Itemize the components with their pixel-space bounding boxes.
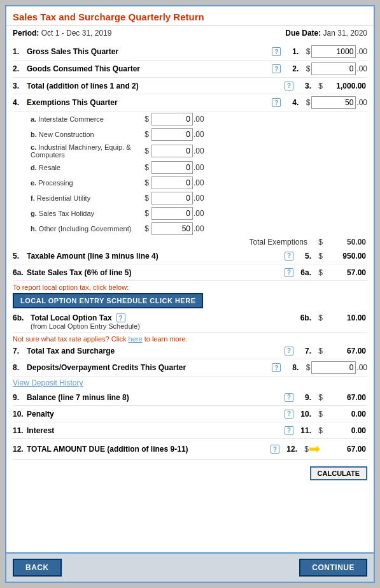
exemption-input-4[interactable] (151, 176, 193, 189)
line-1-ref: 1. (281, 47, 299, 56)
line-3-dollar: $ (314, 82, 323, 90)
exemption-input-5[interactable] (151, 192, 193, 204)
exemption-input-0[interactable] (151, 113, 193, 125)
line-12-dollar: $ (300, 445, 309, 454)
total-exemptions-row: Total Exemptions $ 50.00 (13, 236, 367, 248)
line-10-dollar: $ (314, 410, 323, 419)
line-2-input[interactable] (311, 62, 356, 75)
line-7-num: 7. (13, 347, 27, 355)
line-1-label: Gross Sales This Quarter (27, 47, 270, 56)
line-7-label: Total Tax and Surcharge (27, 347, 283, 355)
exemption-cents-0: .00 (194, 115, 204, 124)
here-link[interactable]: here (129, 335, 143, 343)
exemption-row-1: b. New Construction $ .00 (13, 127, 367, 142)
line-6b-num: 6b. (13, 313, 31, 322)
line-7-help-icon[interactable]: ? (285, 347, 293, 355)
line-2-dollar: $ (301, 64, 310, 73)
line-6b-help-icon[interactable]: ? (116, 313, 125, 322)
arrow-icon: ➡ (309, 441, 320, 457)
line-4-help-icon[interactable]: ? (272, 98, 281, 107)
line-10-help-icon[interactable]: ? (285, 410, 293, 419)
line-5-help-icon[interactable]: ? (285, 252, 293, 261)
due-date-label: Due Date: Jan 31, 2020 (285, 29, 367, 38)
line-5-row: 5. Taxable Amount (line 3 minus line 4) … (13, 248, 367, 264)
line-11-dollar: $ (314, 426, 323, 435)
exemption-row-7: h. Other (Including Government) $ .00 (13, 221, 367, 236)
line-9-help-icon[interactable]: ? (285, 393, 293, 402)
exemption-input-7[interactable] (151, 222, 193, 235)
line-6a-value: 57.00 (323, 268, 367, 277)
exemption-input-2[interactable] (151, 145, 193, 157)
total-exemptions-dollar: $ (314, 238, 323, 247)
view-deposit-history-link[interactable]: View Deposit History (13, 376, 367, 389)
back-button[interactable]: BACK (13, 559, 62, 577)
exemption-dollar-6: $ (140, 209, 149, 218)
line-5-value: 950.00 (323, 252, 367, 261)
line-8-help-icon[interactable]: ? (272, 363, 281, 372)
line-12-help-icon[interactable]: ? (271, 445, 279, 454)
line-3-help-icon[interactable]: ? (285, 82, 293, 90)
local-option-section: To report local option tax, click below:… (13, 283, 367, 308)
line-6b-row: 6b. Total Local Option Tax ? (from Local… (13, 311, 367, 333)
exemption-cents-6: .00 (194, 209, 204, 218)
exemption-input-3[interactable] (151, 161, 193, 174)
line-1-input[interactable] (311, 45, 356, 58)
exemption-input-6[interactable] (151, 207, 193, 220)
exemption-cents-1: .00 (194, 130, 204, 139)
exemption-cents-5: .00 (194, 194, 204, 203)
line-8-input[interactable] (311, 361, 356, 374)
line-3-ref: 3. (293, 82, 311, 90)
exemption-cents-3: .00 (194, 163, 204, 172)
line-7-dollar: $ (314, 347, 323, 355)
continue-button[interactable]: CONTINUE (299, 559, 367, 577)
line-8-row: 8. Deposits/Overpayment Credits This Qua… (13, 359, 367, 376)
line-11-help-icon[interactable]: ? (285, 426, 293, 435)
line-2-row: 2. Goods Consumed This Quarter ? 2. $ .0… (13, 61, 367, 78)
line-3-label: Total (addition of lines 1 and 2) (27, 82, 283, 90)
line-5-label: Taxable Amount (line 3 minus line 4) (27, 252, 283, 261)
exemption-row-0: a. Interstate Commerce $ .00 (13, 111, 367, 127)
line-5-dollar: $ (314, 252, 323, 261)
line-11-label: Interest (27, 426, 283, 435)
exemption-input-1[interactable] (151, 128, 193, 141)
exemption-label-2: c. Industrial Machinery, Equip. & Comput… (13, 143, 140, 159)
line-2-cents: .00 (356, 64, 367, 73)
line-6a-num: 6a. (13, 268, 27, 277)
exemption-cents-4: .00 (194, 178, 204, 187)
line-6a-help-icon[interactable]: ? (285, 268, 293, 277)
line-10-value: 0.00 (323, 410, 367, 419)
line-12-label: TOTAL AMOUNT DUE (addition of lines 9-11… (27, 445, 269, 454)
line-4-dollar: $ (301, 98, 310, 107)
exemption-cents-7: .00 (194, 224, 204, 233)
line-9-label: Balance (line 7 minus line 8) (27, 393, 283, 402)
line-4-row: 4. Exemptions This Quarter ? 4. $ .00 (13, 94, 367, 111)
exemption-row-6: g. Sales Tax Holiday $ .00 (13, 206, 367, 221)
line-1-cents: .00 (356, 47, 367, 56)
line-10-row: 10. Penalty ? 10. $ 0.00 (13, 406, 367, 422)
line-2-help-icon[interactable]: ? (272, 64, 281, 73)
line-11-row: 11. Interest ? 11. $ 0.00 (13, 422, 367, 439)
exemption-label-3: d. Resale (13, 164, 140, 171)
line-8-dollar: $ (301, 363, 310, 372)
exemption-label-7: h. Other (Including Government) (13, 225, 140, 233)
line-4-ref: 4. (281, 98, 299, 107)
line-1-help-icon[interactable]: ? (272, 47, 281, 56)
line-4-input[interactable] (311, 96, 356, 109)
line-12-num: 12. (13, 445, 27, 454)
line-6b-sub-label: (from Local Option Entry Schedule) (31, 322, 140, 330)
line-2-num: 2. (13, 64, 27, 73)
line-6a-label: State Sales Tax (6% of line 5) (27, 268, 283, 277)
exemptions-container: a. Interstate Commerce $ .00 b. New Cons… (13, 111, 367, 236)
total-exemptions-label: Total Exemptions (250, 238, 307, 247)
line-4-label: Exemptions This Quarter (27, 98, 270, 107)
exemption-dollar-0: $ (140, 115, 149, 124)
local-option-btn[interactable]: LOCAL OPTION ENTRY SCHEDULE CLICK HERE (13, 293, 203, 308)
line-7-row: 7. Total Tax and Surcharge ? 7. $ 67.00 (13, 343, 367, 359)
exemption-dollar-1: $ (140, 130, 149, 139)
calculate-button[interactable]: CALCULATE (310, 466, 367, 480)
line-5-ref: 5. (293, 252, 311, 261)
bottom-bar: BACK CONTINUE (6, 552, 374, 582)
line-6b-label: Total Local Option Tax (31, 313, 115, 322)
line-1-dollar: $ (301, 47, 310, 56)
page-title: Sales Tax and Surcharge Quarterly Return (6, 6, 374, 25)
